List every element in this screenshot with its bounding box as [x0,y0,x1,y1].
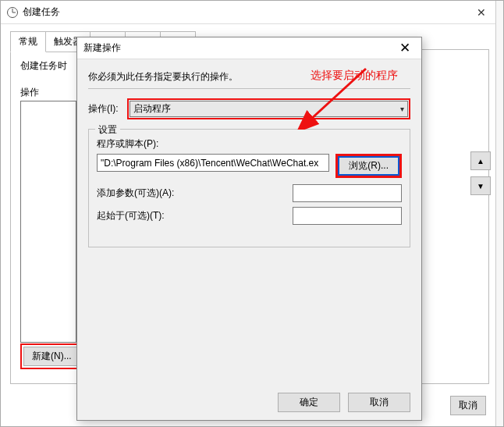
action-row: 操作(I): 启动程序 ▾ [88,98,410,119]
args-input[interactable] [293,184,402,202]
settings-legend: 设置 [95,123,120,137]
move-down-button[interactable]: ▼ [470,176,491,195]
action-label: 操作(I): [88,102,127,116]
tab-general[interactable]: 常规 [10,31,46,52]
dialog-title-bar: 新建操作 ✕ [77,37,421,59]
action-combo-highlight: 启动程序 ▾ [127,98,410,119]
ok-button[interactable]: 确定 [278,393,340,412]
order-spinner: ▲ ▼ [470,151,491,195]
move-up-button[interactable]: ▲ [470,151,491,170]
action-combobox-value: 启动程序 [133,102,171,116]
browse-button-highlight: 浏览(R)... [335,154,402,178]
dialog-button-row: 确定 取消 [278,393,410,412]
annotation-text: 选择要启动的程序 [311,69,398,83]
dialog-title: 新建操作 [83,41,395,55]
outer-cancel-button[interactable]: 取消 [450,396,486,415]
operation-column-header: 操作 [20,86,39,99]
chevron-down-icon: ▾ [400,105,404,113]
dialog-close-icon[interactable]: ✕ [395,40,415,56]
window-title: 创建任务 [23,5,60,19]
title-bar: 创建任务 ✕ [1,1,503,24]
divider [88,88,410,89]
actions-list[interactable] [20,101,76,343]
new-action-button[interactable]: 新建(N)... [23,347,80,366]
new-action-dialog: 新建操作 ✕ 你必须为此任务指定要执行的操作。 选择要启动的程序 操作(I): … [76,37,422,421]
settings-fieldset: 设置 程序或脚本(P): 浏览(R)... 添加参数(可选)(A): 起始于(可… [88,129,410,247]
startin-label: 起始于(可选)(T): [97,209,282,222]
task-scheduler-icon [7,7,18,18]
close-icon[interactable]: ✕ [466,6,497,19]
new-button-highlight: 新建(N)... [20,343,83,369]
args-label: 添加参数(可选)(A): [97,187,282,200]
script-path-input[interactable] [97,154,329,172]
cancel-button[interactable]: 取消 [348,393,410,412]
browse-button[interactable]: 浏览(R)... [338,156,399,176]
startin-input[interactable] [293,207,402,225]
action-combobox[interactable]: 启动程序 ▾ [130,101,408,117]
script-label: 程序或脚本(P): [97,137,402,151]
